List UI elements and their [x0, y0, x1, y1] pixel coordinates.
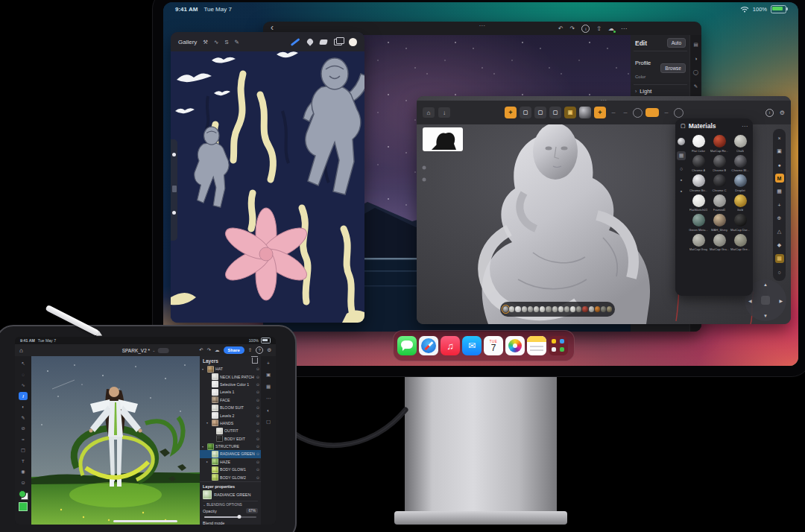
sculpt-toolbar-button[interactable]: ▢	[549, 107, 561, 118]
sculpt-toolbar-button[interactable]: —	[621, 107, 630, 118]
layers-action-icon[interactable]: ◐	[267, 408, 270, 413]
transform-icon[interactable]: ✎	[234, 39, 239, 45]
layer-visibility-icon[interactable]: ⊙	[256, 398, 259, 402]
material-item[interactable]: Chalk	[730, 135, 751, 153]
material-item[interactable]: MatCap Re...	[709, 135, 730, 153]
dock-calendar-icon[interactable]: TUE 7	[484, 336, 503, 355]
share-button[interactable]: Share	[224, 346, 244, 354]
brush-sphere[interactable]	[601, 306, 606, 311]
material-preview-sphere[interactable]	[678, 138, 685, 145]
layers-icon[interactable]	[334, 39, 342, 45]
photoshop-canvas[interactable]	[31, 356, 200, 525]
export-icon[interactable]: ⇧	[248, 347, 252, 353]
layer-row[interactable]: BODY GLOW2 ⊙	[200, 473, 261, 481]
select-tool-icon[interactable]: ∿	[19, 381, 28, 389]
document-title[interactable]: SPARK_V2 *	[122, 348, 150, 353]
adjustments-icon[interactable]: ∿	[214, 39, 218, 45]
brush-sphere[interactable]	[515, 306, 520, 311]
color-swatch-icon[interactable]	[349, 38, 357, 46]
sculpt-tool-icon[interactable]: ○	[775, 267, 784, 276]
sculpt-tool-icon[interactable]: ▩	[775, 254, 784, 263]
layer-visibility-icon[interactable]: ⊙	[256, 375, 259, 379]
crop-tool-icon[interactable]: ▢	[19, 446, 28, 454]
layers-action-icon[interactable]: ▣	[266, 372, 271, 378]
layer-row[interactable]: FACE ⊙	[200, 396, 261, 404]
layer-visibility-icon[interactable]: ⊙	[256, 414, 259, 418]
sculpt-toolbar-button[interactable]	[579, 107, 591, 118]
brush-sphere[interactable]	[540, 306, 545, 311]
slider-knob[interactable]	[172, 211, 176, 215]
layer-visibility-icon[interactable]: ⊙	[256, 452, 259, 456]
drawing-canvas[interactable]	[171, 51, 364, 323]
layers-action-icon[interactable]: ▢	[266, 419, 271, 425]
cloud-sync-icon[interactable]: ☁	[608, 25, 614, 32]
layer-visibility-icon[interactable]: ⊙	[256, 437, 259, 441]
brush-sphere[interactable]	[558, 306, 564, 311]
eyedropper-tool-icon[interactable]: ⊙	[19, 478, 28, 487]
layer-visibility-icon[interactable]: ⊙	[256, 382, 259, 387]
share-icon[interactable]: ⇧	[596, 25, 602, 32]
nav-center-button[interactable]	[761, 296, 770, 305]
layer-row[interactable]: BLOOM SUIT ⊙	[200, 404, 261, 411]
material-item[interactable]: Chrome C	[709, 174, 730, 192]
brush-size-slider[interactable]	[171, 139, 177, 241]
layer-row[interactable]: Selective Color 1 ⊙	[200, 381, 261, 388]
brush-sphere[interactable]	[582, 306, 587, 311]
brush-sphere[interactable]	[564, 306, 569, 311]
layer-visibility-icon[interactable]: ⊙	[256, 467, 259, 472]
brush-sphere[interactable]	[534, 306, 539, 311]
pencil-tool-icon[interactable]: ✎	[19, 414, 28, 422]
brush-sphere[interactable]	[552, 306, 558, 311]
edit-tool-icon[interactable]: ✎	[694, 83, 698, 89]
more-icon[interactable]: ⋯	[742, 123, 748, 130]
dock-photos-icon[interactable]	[505, 336, 525, 355]
reference-thumbnail[interactable]	[423, 127, 463, 151]
sculpt-tool-icon[interactable]: +	[775, 200, 784, 209]
blending-options-header[interactable]: ⌄ BLENDING OPTIONS	[203, 501, 258, 507]
layers-action-icon[interactable]: ▦	[266, 384, 271, 390]
eraser-tool-icon[interactable]	[319, 39, 328, 45]
edit-tool-icon[interactable]: ▤	[693, 42, 698, 48]
layer-visibility-icon[interactable]: ⊙	[256, 367, 259, 371]
save-button[interactable]: ↓	[438, 107, 450, 118]
material-item[interactable]: Green Meta...	[688, 214, 709, 232]
layer-row[interactable]: BODY EDIT ⊙	[200, 435, 261, 443]
materials-recent-tab[interactable]: ○	[680, 166, 683, 171]
sculpt-tool-icon[interactable]: ▣	[775, 147, 784, 156]
brush-sphere[interactable]	[595, 306, 600, 311]
material-item[interactable]: Chrome B	[709, 155, 730, 173]
material-item[interactable]: Chrome Bri...	[688, 174, 709, 192]
brush-sphere[interactable]	[522, 306, 527, 311]
material-item[interactable]: Framed1	[709, 194, 730, 212]
window-handle-icon[interactable]: ⋯	[479, 22, 486, 29]
layer-expand-chevron[interactable]: ▾	[202, 367, 206, 371]
layers-action-icon[interactable]: ⋯	[266, 396, 271, 402]
blend-mode-label[interactable]: Blend mode	[203, 521, 258, 525]
smudge-tool-icon[interactable]: ≈	[19, 435, 28, 443]
layer-visibility-icon[interactable]: ⊙	[256, 390, 259, 394]
materials-tab[interactable]: ▪	[681, 177, 682, 183]
panel-collapse-icon[interactable]: ▢	[681, 123, 686, 129]
cloud-icon[interactable]: ☁	[215, 347, 220, 353]
move-tool-icon[interactable]: ↖	[19, 359, 28, 367]
layer-visibility-icon[interactable]: ⊙	[256, 421, 259, 425]
opacity-slider-knob[interactable]	[237, 515, 241, 519]
foreground-color-swatch[interactable]	[19, 502, 28, 511]
layer-row[interactable]: ▾ STRUCTURE ⊙	[200, 443, 261, 450]
material-item[interactable]: MatCap Gray	[688, 234, 709, 252]
materials-grid-tab[interactable]: ▦	[677, 151, 686, 160]
opacity-slider[interactable]	[204, 516, 256, 518]
material-item[interactable]: MatCap Gre...	[730, 234, 751, 252]
edit-tool-icon[interactable]: ◯	[693, 69, 698, 75]
sculpt-tool-icon[interactable]: ▦	[775, 187, 784, 196]
brush-sphere[interactable]	[589, 306, 594, 311]
brush-sphere[interactable]	[528, 306, 533, 311]
home-indicator[interactable]	[113, 520, 177, 522]
sculpt-toolbar-button[interactable]: +	[594, 107, 606, 118]
layer-expand-chevron[interactable]: ▸	[206, 460, 210, 463]
modify-button[interactable]	[172, 186, 177, 192]
layer-row[interactable]: NECK LINE PATCH ⊙	[200, 373, 261, 380]
materials-tab[interactable]: ▪	[681, 189, 682, 194]
material-item[interactable]: Gold	[730, 194, 751, 212]
more-icon[interactable]: ⋯	[621, 25, 627, 32]
